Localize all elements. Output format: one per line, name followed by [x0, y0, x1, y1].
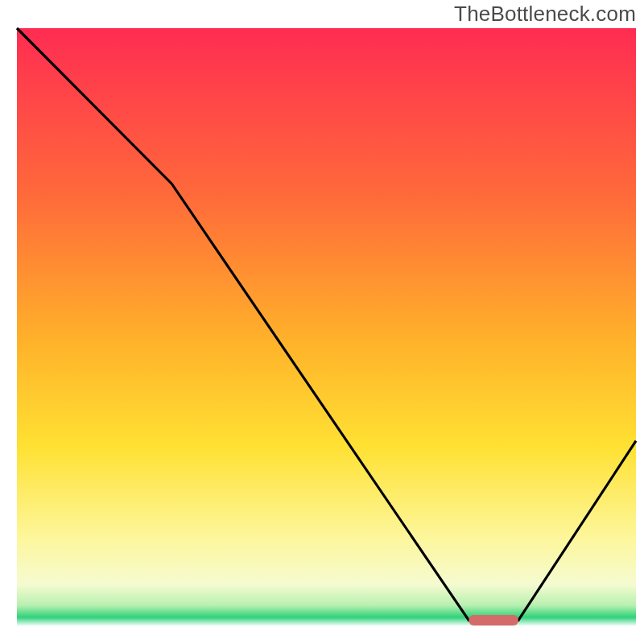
- bottleneck-chart: [0, 0, 644, 644]
- chart-container: TheBottleneck.com: [0, 0, 644, 644]
- watermark-text: TheBottleneck.com: [454, 2, 636, 27]
- optimal-marker: [469, 615, 518, 625]
- plot-background: [17, 28, 636, 626]
